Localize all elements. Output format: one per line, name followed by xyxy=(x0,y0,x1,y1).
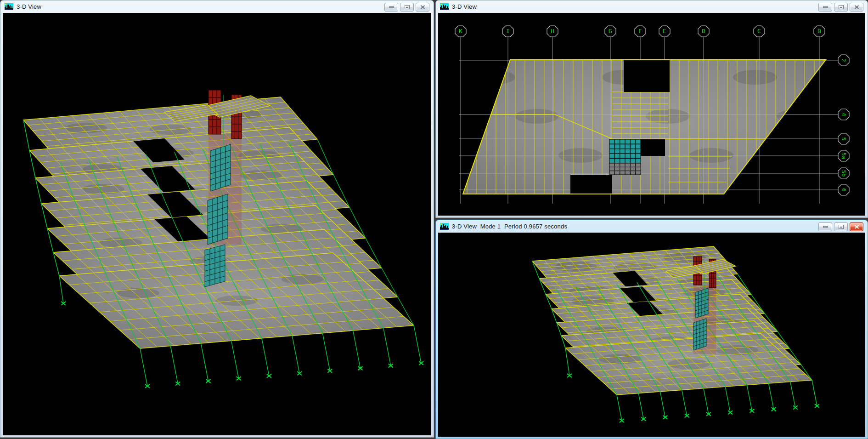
mdi-workspace: { "mdi": { "background_color": "#3a3a3a"… xyxy=(0,0,868,439)
svg-text:B: B xyxy=(817,28,821,34)
viewport-plan[interactable]: KIHGFEDCB2455a5b6 xyxy=(438,13,865,216)
minimize-button[interactable] xyxy=(818,222,832,231)
svg-text:G: G xyxy=(609,28,612,34)
svg-text:2: 2 xyxy=(840,58,847,62)
building-skyline-icon xyxy=(5,3,13,10)
svg-text:4: 4 xyxy=(840,113,847,116)
viewport-mode[interactable] xyxy=(438,233,865,437)
close-icon xyxy=(854,225,859,229)
svg-text:E: E xyxy=(663,28,666,34)
svg-text:D: D xyxy=(702,28,705,34)
restore-icon xyxy=(839,5,844,9)
svg-text:F: F xyxy=(638,28,642,34)
svg-text:K: K xyxy=(459,28,462,34)
restore-button[interactable] xyxy=(400,3,414,11)
building-skyline-icon xyxy=(440,223,449,230)
window-plan-view: 3-D View KIHGFEDCB2455a5b6 xyxy=(435,0,868,218)
restore-icon xyxy=(839,225,844,229)
minimize-button[interactable] xyxy=(384,3,398,11)
titlebar[interactable]: 3-D View Mode 1 Period 0.9657 seconds xyxy=(436,220,868,233)
minimize-icon xyxy=(389,6,394,8)
window-mode-view: 3-D View Mode 1 Period 0.9657 seconds xyxy=(435,220,868,439)
close-button[interactable] xyxy=(850,3,863,11)
close-button[interactable] xyxy=(850,222,863,231)
svg-text:C: C xyxy=(757,28,761,34)
titlebar[interactable]: 3-D View xyxy=(0,0,434,13)
titlebar[interactable]: 3-D View xyxy=(436,0,868,13)
window-title: 3-D View xyxy=(17,3,41,10)
window-title: 3-D View xyxy=(452,3,477,10)
svg-text:I: I xyxy=(506,28,510,34)
minimize-button[interactable] xyxy=(818,3,832,11)
minimize-icon xyxy=(823,226,828,228)
svg-text:H: H xyxy=(551,28,554,34)
viewport-3d[interactable] xyxy=(3,13,431,435)
svg-text:5b: 5b xyxy=(840,170,847,177)
restore-button[interactable] xyxy=(834,3,848,11)
minimize-icon xyxy=(823,6,828,8)
window-title: 3-D View Mode 1 Period 0.9657 seconds xyxy=(452,223,567,230)
window-3d-view: 3-D View xyxy=(0,0,434,438)
restore-icon xyxy=(405,5,410,9)
close-icon xyxy=(420,5,425,9)
close-icon xyxy=(854,5,859,9)
building-skyline-icon xyxy=(440,3,449,10)
svg-text:5a: 5a xyxy=(840,153,847,159)
svg-text:6: 6 xyxy=(840,188,847,191)
restore-button[interactable] xyxy=(834,222,848,231)
close-button[interactable] xyxy=(416,3,429,11)
svg-text:5: 5 xyxy=(840,137,847,140)
